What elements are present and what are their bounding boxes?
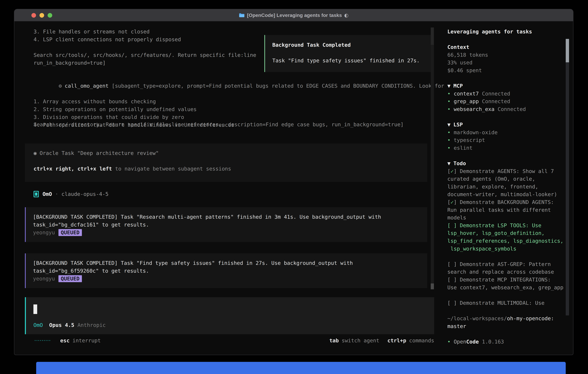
todo-item: [ ]Demonstrate LSP TOOLS: Use lsp_hover,… — [447, 222, 565, 252]
mcp-list: •context7Connected •grep_appConnected •w… — [447, 90, 565, 113]
todo-section-header[interactable]: ▼Todo — [447, 159, 565, 167]
context-used: 33% used — [447, 59, 565, 67]
todo-item: [ ]Demonstrate AST-GREP: Pattern search … — [447, 260, 565, 276]
session-title: Leveraging agents for tasks — [447, 28, 565, 36]
todo-item: [ ]Demonstrate MCP INTEGRATIONS: Use con… — [447, 276, 565, 291]
hint-text: to navigate between subagent sessions — [112, 166, 231, 172]
sidebar-scrollbar-thumb[interactable] — [566, 39, 569, 62]
lsp-item: •eslint — [447, 144, 565, 152]
terminal-content: 3. File handles or streams not closed4. … — [14, 21, 573, 355]
status-dot-icon: • — [447, 91, 451, 97]
chevron-down-icon: ▼ — [447, 160, 451, 166]
chat-scrollbar[interactable] — [431, 28, 434, 290]
status-dot-icon: • — [447, 145, 451, 151]
tab-label: switch agent — [342, 337, 379, 344]
tool-name: call_omo_agent — [65, 83, 108, 89]
esc-key-hint: esc — [60, 337, 70, 344]
message-line-1: [BACKGROUND TASK COMPLETED] Task "Find t… — [33, 259, 427, 267]
status-dot-icon: • — [447, 106, 451, 112]
status-dot-icon: • — [447, 98, 451, 104]
chevron-down-icon: ▼ — [447, 122, 451, 128]
app-window: [OpenCode] Leveraging agents for tasks ◐… — [14, 9, 573, 355]
prompt-input[interactable]: OmO Opus 4.5 Anthropic — [25, 297, 434, 334]
todo-list: [✓]Demonstrate AGENTS: Show all 7 curate… — [447, 167, 565, 307]
tool-arg-item: 2. String operations on potentially unde… — [33, 105, 430, 113]
message-line-2: task_id="bg_6f59260c" to get results. — [33, 267, 427, 275]
background-window-strip — [36, 362, 566, 374]
separator: · — [55, 190, 58, 198]
lsp-section-header[interactable]: ▼LSP — [447, 121, 565, 129]
tool-arg-item: 3. Division operations that could divide… — [33, 113, 430, 121]
tool-args: [subagent_type=explore, prompt=Find pote… — [112, 83, 444, 89]
message-line-1: [BACKGROUND TASK COMPLETED] Task "Resear… — [33, 213, 427, 221]
opencode-version: •OpenCode1.0.163 — [447, 338, 565, 346]
background-task-message: [BACKGROUND TASK COMPLETED] Task "Find t… — [25, 253, 427, 288]
queued-badge: QUEUED — [58, 229, 82, 236]
oracle-icon: ◉ — [33, 150, 37, 156]
lsp-item: •markdown-oxide — [447, 129, 565, 136]
toast-body: Task "Find type safety issues" finished … — [272, 57, 431, 64]
chevron-down-icon: ▼ — [447, 83, 451, 89]
todo-item: [ ]Demonstrate MULTIMODAL: Use — [447, 299, 565, 307]
todo-item: [✓]Demonstrate BACKGROUND AGENTS: Run pa… — [447, 198, 565, 222]
workspace-branch: master — [447, 322, 565, 330]
agent-icon — [33, 191, 39, 197]
agent-name: OmO — [42, 190, 52, 198]
mcp-item: •websearch_exaConnected — [447, 105, 565, 113]
sidebar-scrollbar[interactable] — [566, 39, 569, 315]
traffic-lights — [32, 9, 52, 21]
message-line-2: task_id="bg_dcfac161" to get results. — [33, 221, 427, 229]
mcp-section-header[interactable]: ▼MCP — [447, 82, 565, 90]
hint-keys: ctrl+x right, ctrl+x left — [33, 166, 112, 172]
background-task-toast: Background Task Completed Task "Find typ… — [264, 35, 432, 72]
message-author: yeongyu — [33, 229, 55, 237]
mcp-item: •context7Connected — [447, 90, 565, 98]
prompt-provider: Anthropic — [77, 321, 106, 329]
oracle-task-box: ◉Oracle Task "Deep architecture review" … — [25, 144, 427, 182]
agent-header: OmO · claude-opus-4-5 — [33, 190, 108, 198]
minimize-button[interactable] — [40, 13, 44, 18]
tool-arg-item: 1. Array access without bounds checking — [33, 98, 430, 105]
mcp-item: •grep_appConnected — [447, 97, 565, 105]
status-dot-icon: • — [447, 137, 451, 143]
context-spent: $0.46 spent — [447, 67, 565, 74]
scrollback-line: 3. File handles or streams not closed — [33, 28, 424, 36]
todo-item: [✓]Demonstrate AGENTS: Show all 7 curate… — [447, 167, 565, 198]
titlebar[interactable]: [OpenCode] Leveraging agents for tasks ◐ — [14, 9, 573, 21]
tab-key-hint: tab — [329, 337, 339, 344]
status-bar: ········· esc interrupt tab switch agent… — [33, 337, 434, 344]
prompt-meta: OmO Opus 4.5 Anthropic — [33, 321, 106, 329]
text-cursor — [33, 304, 37, 314]
message-author: yeongyu — [33, 275, 55, 283]
lsp-list: •markdown-oxide •typescript •eslint — [447, 129, 565, 152]
background-task-message: [BACKGROUND TASK COMPLETED] Task "Resear… — [25, 207, 427, 242]
context-tokens: 66,518 tokens — [447, 51, 565, 59]
workspace-path: ~/local-workspaces/oh-my-opencode: — [447, 315, 565, 322]
ctrlp-label: commands — [409, 337, 434, 344]
sidebar: Leveraging agents for tasks Context 66,5… — [447, 28, 565, 345]
prompt-model: Opus 4.5 — [49, 321, 74, 329]
prompt-agent: OmO — [33, 321, 43, 329]
status-dot-icon: • — [447, 339, 451, 345]
folder-icon — [239, 13, 245, 18]
lsp-item: •typescript — [447, 136, 565, 144]
oracle-title: Oracle Task "Deep architecture review" — [40, 150, 159, 156]
tool-call-tail: Search src/ directory. Return specific f… — [33, 121, 430, 128]
chat-scrollbar-thumb[interactable] — [431, 283, 434, 289]
close-button[interactable] — [32, 13, 36, 18]
navigation-hint: ctrl+x right, ctrl+x left to navigate be… — [33, 165, 427, 173]
session-state-icon: ◐ — [344, 12, 348, 18]
context-heading: Context — [447, 43, 565, 51]
esc-label: interrupt — [73, 337, 101, 344]
spinner-dots: ········· — [33, 337, 50, 344]
toast-title: Background Task Completed — [272, 41, 431, 49]
zoom-button[interactable] — [48, 13, 52, 18]
window-title: [OpenCode] Leveraging agents for tasks — [247, 12, 342, 18]
queued-badge: QUEUED — [58, 275, 82, 282]
gear-icon: ⚙ — [59, 83, 62, 89]
agent-model: claude-opus-4-5 — [62, 190, 108, 198]
status-dot-icon: • — [447, 129, 451, 135]
ctrlp-key-hint: ctrl+p — [388, 337, 406, 344]
